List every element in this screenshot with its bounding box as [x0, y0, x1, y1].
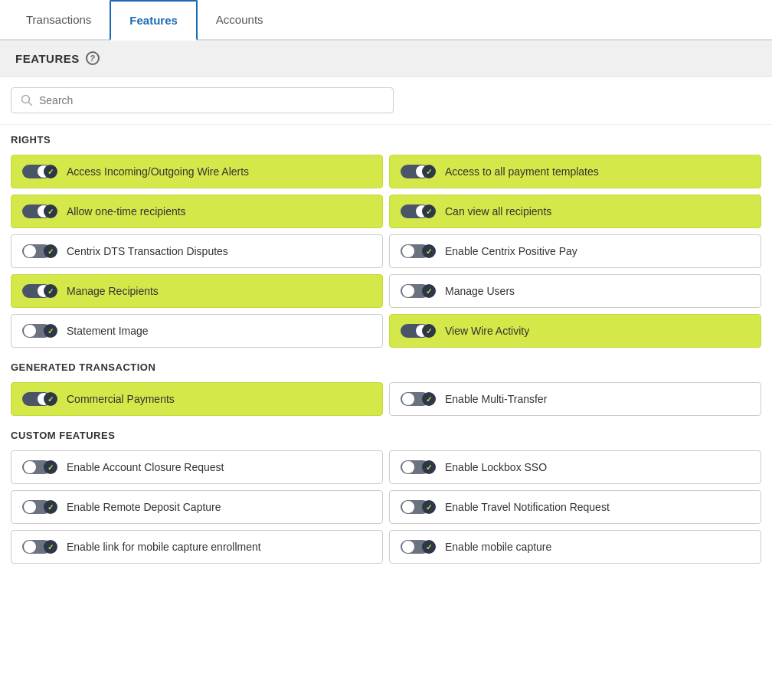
toggle-payment-templates[interactable]: [401, 163, 436, 180]
feature-label-statement-image: Statement Image: [67, 325, 149, 337]
toggle-mobile-capture-enrollment[interactable]: [22, 538, 57, 555]
feature-item-mobile-capture[interactable]: Enable mobile capture: [389, 530, 761, 564]
feature-label-enable-multi-transfer: Enable Multi-Transfer: [445, 393, 547, 405]
feature-item-view-all-recipients[interactable]: Can view all recipients: [389, 195, 761, 228]
feature-item-commercial-payments[interactable]: Commercial Payments: [11, 382, 383, 416]
feature-item-payment-templates[interactable]: Access to all payment templates: [389, 155, 761, 188]
features-grid-generated-transaction: Commercial PaymentsEnable Multi-Transfer: [0, 378, 772, 420]
feature-item-view-wire-activity[interactable]: View Wire Activity: [389, 314, 761, 348]
feature-label-lockbox-sso: Enable Lockbox SSO: [445, 461, 547, 473]
feature-label-mobile-capture-enrollment: Enable link for mobile capture enrollmen…: [67, 541, 261, 553]
tab-transactions[interactable]: Transactions: [8, 0, 110, 41]
feature-label-remote-deposit: Enable Remote Deposit Capture: [67, 501, 221, 513]
toggle-centrix-disputes[interactable]: [22, 243, 57, 260]
tab-features[interactable]: Features: [110, 0, 198, 41]
feature-label-centrix-disputes: Centrix DTS Transaction Disputes: [67, 245, 228, 257]
feature-item-mobile-capture-enrollment[interactable]: Enable link for mobile capture enrollmen…: [11, 530, 383, 564]
section-custom-features: CUSTOM FEATURESEnable Account Closure Re…: [0, 420, 772, 568]
toggle-view-all-recipients[interactable]: [401, 203, 436, 220]
feature-label-wire-alerts: Access Incoming/Outgoing Wire Alerts: [67, 165, 249, 178]
toggle-check-payment-templates: [422, 165, 436, 178]
toggle-check-mobile-capture: [422, 540, 436, 554]
search-icon: [21, 94, 33, 106]
toggle-check-view-wire-activity: [422, 324, 436, 338]
help-icon[interactable]: ?: [86, 51, 100, 65]
toggle-commercial-payments[interactable]: [22, 391, 57, 407]
toggle-lockbox-sso[interactable]: [401, 459, 436, 476]
feature-label-view-all-recipients: Can view all recipients: [445, 205, 551, 218]
feature-item-one-time-recipients[interactable]: Allow one-time recipients: [11, 195, 383, 228]
features-grid-custom-features: Enable Account Closure RequestEnable Loc…: [0, 446, 772, 568]
feature-label-travel-notification: Enable Travel Notification Request: [445, 501, 610, 513]
toggle-check-travel-notification: [422, 500, 436, 514]
feature-item-centrix-disputes[interactable]: Centrix DTS Transaction Disputes: [11, 234, 383, 268]
section-generated-transaction: GENERATED TRANSACTIONCommercial Payments…: [0, 352, 772, 420]
feature-item-manage-users[interactable]: Manage Users: [389, 274, 761, 308]
feature-item-travel-notification[interactable]: Enable Travel Notification Request: [389, 490, 761, 524]
toggle-check-lockbox-sso: [422, 460, 436, 474]
toggle-view-wire-activity[interactable]: [401, 322, 436, 339]
feature-item-statement-image[interactable]: Statement Image: [11, 314, 383, 348]
tabs-container: Transactions Features Accounts: [0, 0, 772, 41]
toggle-enable-multi-transfer[interactable]: [401, 391, 436, 407]
feature-label-account-closure: Enable Account Closure Request: [67, 461, 224, 473]
toggle-check-wire-alerts: [44, 165, 57, 178]
feature-label-view-wire-activity: View Wire Activity: [445, 325, 529, 337]
toggle-statement-image[interactable]: [22, 322, 57, 339]
toggle-mobile-capture[interactable]: [401, 538, 436, 555]
toggle-manage-users[interactable]: [401, 283, 436, 299]
feature-label-manage-users: Manage Users: [445, 285, 515, 297]
section-rights: RIGHTSAccess Incoming/Outgoing Wire Aler…: [0, 125, 772, 352]
toggle-check-manage-users: [422, 284, 436, 298]
feature-label-mobile-capture: Enable mobile capture: [445, 541, 551, 553]
toggle-check-mobile-capture-enrollment: [44, 540, 57, 554]
toggle-check-centrix-positive-pay: [422, 244, 436, 258]
feature-item-manage-recipients[interactable]: Manage Recipients: [11, 274, 383, 308]
toggle-check-one-time-recipients: [44, 204, 57, 218]
toggle-travel-notification[interactable]: [401, 499, 436, 515]
features-grid-rights: Access Incoming/Outgoing Wire AlertsAcce…: [0, 150, 772, 352]
feature-item-account-closure[interactable]: Enable Account Closure Request: [11, 450, 383, 484]
toggle-manage-recipients[interactable]: [22, 283, 57, 299]
toggle-centrix-positive-pay[interactable]: [401, 243, 436, 260]
toggle-account-closure[interactable]: [22, 459, 57, 476]
toggle-check-enable-multi-transfer: [422, 392, 436, 406]
tab-accounts[interactable]: Accounts: [198, 0, 282, 41]
feature-item-lockbox-sso[interactable]: Enable Lockbox SSO: [389, 450, 761, 484]
feature-label-one-time-recipients: Allow one-time recipients: [67, 205, 186, 218]
toggle-wire-alerts[interactable]: [22, 163, 57, 180]
feature-label-manage-recipients: Manage Recipients: [67, 285, 159, 297]
toggle-check-commercial-payments: [44, 392, 57, 406]
content-area: RIGHTSAccess Incoming/Outgoing Wire Aler…: [0, 125, 772, 584]
toggle-check-centrix-disputes: [44, 244, 57, 258]
toggle-check-statement-image: [44, 324, 57, 338]
toggle-check-view-all-recipients: [422, 204, 436, 218]
toggle-remote-deposit[interactable]: [22, 499, 57, 515]
section-label-custom-features: CUSTOM FEATURES: [0, 420, 772, 446]
toggle-check-manage-recipients: [44, 284, 57, 298]
toggle-check-account-closure: [44, 460, 57, 474]
features-header: FEATURES ?: [0, 41, 772, 77]
feature-label-centrix-positive-pay: Enable Centrix Positive Pay: [445, 245, 577, 257]
search-box: [11, 87, 394, 113]
feature-item-centrix-positive-pay[interactable]: Enable Centrix Positive Pay: [389, 234, 761, 268]
toggle-one-time-recipients[interactable]: [22, 203, 57, 220]
search-input[interactable]: [39, 94, 384, 106]
search-container: [0, 77, 772, 125]
section-label-rights: RIGHTS: [0, 125, 772, 150]
features-title: FEATURES: [15, 52, 80, 65]
feature-item-enable-multi-transfer[interactable]: Enable Multi-Transfer: [389, 382, 761, 416]
feature-label-payment-templates: Access to all payment templates: [445, 165, 599, 178]
feature-item-remote-deposit[interactable]: Enable Remote Deposit Capture: [11, 490, 383, 524]
feature-item-wire-alerts[interactable]: Access Incoming/Outgoing Wire Alerts: [11, 155, 383, 188]
section-label-generated-transaction: GENERATED TRANSACTION: [0, 352, 772, 378]
feature-label-commercial-payments: Commercial Payments: [67, 393, 175, 405]
toggle-check-remote-deposit: [44, 500, 57, 514]
svg-line-1: [29, 103, 32, 106]
